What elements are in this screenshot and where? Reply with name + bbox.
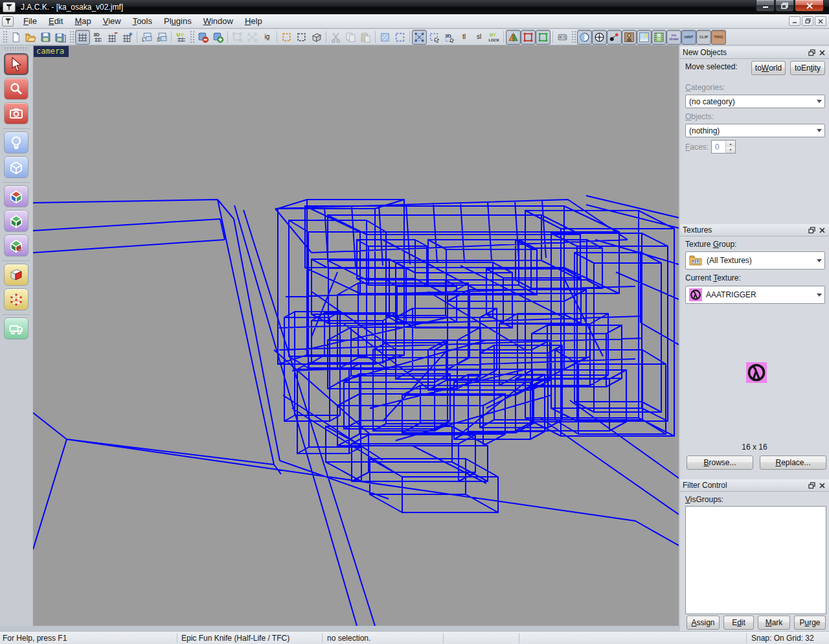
edit-button[interactable]: Edit bbox=[723, 615, 754, 630]
menu-tools[interactable]: Tools bbox=[127, 14, 158, 28]
viewport-label[interactable]: camera bbox=[34, 46, 69, 57]
menu-plugins[interactable]: Plugins bbox=[158, 14, 198, 28]
copy-button[interactable] bbox=[343, 30, 358, 45]
show-selected-faces-button[interactable] bbox=[521, 30, 536, 45]
new-file-button[interactable] bbox=[8, 30, 23, 45]
mdi-restore-button[interactable] bbox=[802, 16, 813, 26]
helpers-button[interactable] bbox=[592, 30, 607, 45]
clipping-tool[interactable] bbox=[4, 264, 28, 286]
mark-button[interactable]: Mark bbox=[758, 615, 790, 630]
entity-tool[interactable] bbox=[4, 132, 28, 154]
magnify-tool[interactable] bbox=[4, 78, 28, 100]
spin-down-icon[interactable]: ▼ bbox=[726, 147, 735, 154]
float-panel-icon[interactable] bbox=[808, 481, 816, 490]
faces-spinner[interactable]: 0 ▲▼ bbox=[711, 140, 736, 154]
flip-faces-button[interactable] bbox=[506, 30, 521, 45]
filter-control-header[interactable]: Filter Control bbox=[680, 479, 829, 492]
selection-tool[interactable] bbox=[4, 53, 28, 75]
purge-button[interactable]: Purge bbox=[794, 615, 826, 630]
close-panel-icon[interactable] bbox=[818, 481, 826, 490]
hollow-orange-button[interactable] bbox=[279, 30, 294, 45]
float-panel-icon[interactable] bbox=[808, 49, 816, 57]
menu-map[interactable]: Map bbox=[69, 14, 97, 28]
hollow-button[interactable] bbox=[210, 30, 225, 45]
vertex-tool[interactable] bbox=[4, 288, 28, 310]
paste-button[interactable] bbox=[358, 30, 373, 45]
wireframe-3d-view[interactable] bbox=[33, 45, 679, 626]
close-button[interactable] bbox=[795, 0, 824, 12]
show-edges-button[interactable] bbox=[536, 30, 551, 45]
ungroup-button[interactable]: S bbox=[154, 30, 169, 45]
open-file-button[interactable] bbox=[23, 30, 38, 45]
group-button[interactable]: L bbox=[139, 30, 154, 45]
show-trigger-button[interactable]: TRIG bbox=[711, 30, 726, 45]
hollow-dark-button[interactable] bbox=[294, 30, 309, 45]
camera-tool[interactable] bbox=[4, 102, 28, 124]
float-panel-icon[interactable] bbox=[808, 226, 816, 235]
connections-button[interactable] bbox=[607, 30, 622, 45]
apply-current-texture-tool[interactable] bbox=[4, 210, 28, 232]
assign-button[interactable]: Assign bbox=[687, 615, 720, 630]
run-map-button[interactable] bbox=[555, 30, 570, 45]
visgroups-list[interactable] bbox=[685, 506, 826, 614]
select-mode-3d-button[interactable]: 3D bbox=[442, 30, 457, 45]
primitive-cube-button[interactable] bbox=[309, 30, 324, 45]
categories-dropdown[interactable]: (no category) bbox=[685, 95, 825, 108]
app-icon[interactable] bbox=[3, 2, 16, 12]
select-mode-handles-button[interactable] bbox=[412, 30, 427, 45]
path-tool[interactable] bbox=[4, 317, 28, 339]
sprite-lock-button[interactable]: sl bbox=[471, 30, 486, 45]
grid-3d-button[interactable]: 3D bbox=[90, 30, 105, 45]
menu-edit[interactable]: Edit bbox=[43, 14, 69, 28]
decal-tool[interactable] bbox=[4, 235, 28, 257]
mdi-document-icon[interactable] bbox=[2, 16, 14, 27]
spin-up-icon[interactable]: ▲ bbox=[726, 141, 735, 147]
uv-grid-button[interactable]: UV bbox=[174, 30, 188, 45]
close-panel-icon[interactable] bbox=[818, 49, 826, 57]
carve-button[interactable] bbox=[196, 30, 210, 45]
pattern-select-button[interactable] bbox=[378, 30, 392, 45]
smaller-grid-button[interactable] bbox=[105, 30, 120, 45]
show-clip-button[interactable]: CLIP bbox=[696, 30, 711, 45]
menu-window[interactable]: Window bbox=[198, 14, 239, 28]
larger-grid-button[interactable] bbox=[120, 30, 135, 45]
to-entity-button[interactable]: toEntity bbox=[790, 61, 825, 75]
texture-group-dropdown[interactable]: (All Textures) bbox=[685, 251, 825, 270]
mdi-minimize-button[interactable] bbox=[789, 16, 801, 26]
ungroup-selected-button[interactable] bbox=[245, 30, 260, 45]
show-nodraw-button[interactable]: nodraw bbox=[666, 30, 681, 45]
browse-button[interactable]: Browse... bbox=[687, 455, 753, 470]
save-button[interactable] bbox=[38, 30, 53, 45]
new-objects-header[interactable]: New Objects bbox=[680, 47, 829, 59]
camera-viewport[interactable]: camera bbox=[33, 45, 679, 626]
menu-help[interactable]: Help bbox=[239, 14, 268, 28]
show-sprites-button[interactable] bbox=[637, 30, 652, 45]
replace-button[interactable]: Replace... bbox=[760, 455, 826, 470]
marquee-select-button[interactable] bbox=[392, 30, 407, 45]
spinner-arrows[interactable]: ▲▼ bbox=[725, 141, 735, 153]
uv-lock-button[interactable]: UVLOCK bbox=[486, 30, 501, 45]
minimize-button[interactable] bbox=[756, 0, 775, 12]
textures-header[interactable]: Textures bbox=[680, 224, 829, 236]
ignore-groups-button[interactable]: ig bbox=[260, 30, 275, 45]
current-texture-dropdown[interactable]: AAATRIGGER bbox=[685, 286, 825, 304]
cordon-button[interactable] bbox=[577, 30, 592, 45]
close-panel-icon[interactable] bbox=[818, 226, 826, 235]
group-selected-button[interactable] bbox=[230, 30, 245, 45]
title-bar[interactable]: J.A.C.K. - [ka_osaka_v02.jmf] bbox=[0, 0, 829, 14]
save-all-button[interactable] bbox=[53, 30, 68, 45]
show-models-button[interactable] bbox=[622, 30, 637, 45]
show-hint-button[interactable]: HINT bbox=[681, 30, 696, 45]
menu-file[interactable]: File bbox=[17, 14, 43, 28]
objects-dropdown[interactable]: (nothing) bbox=[685, 124, 825, 137]
select-mode-box-button[interactable] bbox=[427, 30, 442, 45]
grid-toggle-button[interactable] bbox=[75, 30, 90, 45]
cut-button[interactable] bbox=[328, 30, 343, 45]
mdi-close-button[interactable] bbox=[815, 16, 826, 26]
animate-models-button[interactable] bbox=[652, 30, 666, 45]
restore-button[interactable] bbox=[775, 0, 794, 12]
menu-view[interactable]: View bbox=[97, 14, 127, 28]
texture-lock-button[interactable]: tl bbox=[457, 30, 471, 45]
brush-tool[interactable] bbox=[4, 156, 28, 178]
to-world-button[interactable]: toWorld bbox=[751, 61, 786, 75]
